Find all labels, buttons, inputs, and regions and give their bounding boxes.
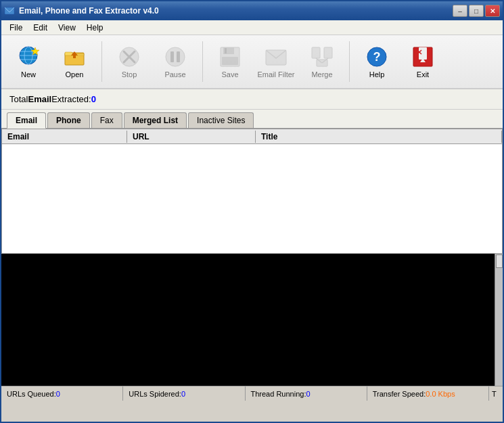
status-urls-spidered: URLs Spidered: 0: [123, 386, 245, 401]
menu-help[interactable]: Help: [81, 22, 109, 34]
log-scrollbar-thumb[interactable]: [496, 254, 503, 268]
svg-rect-18: [222, 57, 238, 65]
menu-view[interactable]: View: [53, 22, 81, 34]
separator-3: [349, 41, 350, 82]
open-button[interactable]: Open: [53, 38, 96, 85]
merge-label: Merge: [311, 70, 332, 79]
tab-inactivesites[interactable]: Inactive Sites: [188, 112, 254, 128]
tabs-container: Email Phone Fax Merged List Inactive Sit…: [1, 110, 503, 129]
log-scrollbar[interactable]: [495, 254, 503, 386]
table-body: [2, 144, 502, 253]
menu-bar: File Edit View Help: [1, 20, 503, 35]
stop-icon: [117, 45, 141, 69]
toolbar: New Open Stop: [1, 35, 503, 89]
open-label: Open: [66, 70, 84, 79]
pause-label: Pause: [164, 70, 185, 79]
save-label: Save: [221, 70, 238, 79]
help-icon: ?: [365, 45, 389, 69]
title-bar: Email, Phone and Fax Extractor v4.0 – □ …: [1, 1, 503, 20]
svg-point-12: [166, 47, 185, 66]
new-button[interactable]: New: [7, 38, 50, 85]
separator-2: [202, 41, 203, 82]
main-content: Email URL Title: [1, 129, 503, 254]
pause-button[interactable]: Pause: [154, 38, 197, 85]
status-suffix: Extracted:: [51, 94, 91, 104]
maximize-button[interactable]: □: [469, 5, 484, 17]
extra-label: T: [492, 390, 497, 398]
svg-rect-20: [312, 47, 320, 58]
new-icon: [16, 45, 41, 69]
help-label: Help: [369, 70, 385, 79]
save-button[interactable]: Save: [208, 38, 252, 85]
open-icon: [62, 45, 87, 69]
table-header: Email URL Title: [2, 129, 502, 144]
minimize-button[interactable]: –: [453, 5, 467, 17]
svg-rect-17: [225, 48, 227, 53]
merge-icon: [310, 45, 334, 69]
title-controls: – □ ✕: [453, 5, 500, 17]
save-icon: [218, 45, 242, 69]
separator-1: [101, 41, 102, 82]
transfer-speed-value: 0.0 Kbps: [426, 390, 455, 398]
svg-rect-13: [170, 51, 174, 62]
tab-email[interactable]: Email: [7, 112, 46, 129]
emailfilter-button[interactable]: Email Filter: [254, 38, 298, 85]
status-prefix: Total: [9, 94, 28, 104]
close-button[interactable]: ✕: [485, 5, 500, 17]
exit-label: Exit: [417, 70, 429, 79]
col-header-url: URL: [127, 131, 256, 143]
status-transfer-speed: Transfer Speed: 0.0 Kbps: [367, 386, 489, 401]
merge-button[interactable]: Merge: [300, 38, 344, 85]
stop-button[interactable]: Stop: [108, 38, 151, 85]
tab-fax[interactable]: Fax: [91, 112, 122, 128]
status-bold-email: Email: [28, 94, 51, 104]
transfer-speed-label: Transfer Speed:: [373, 390, 426, 398]
col-header-email: Email: [2, 131, 127, 143]
thread-running-value: 0: [306, 390, 310, 398]
urls-queued-value: 0: [56, 390, 60, 398]
status-extra: T: [489, 386, 503, 401]
tab-phone[interactable]: Phone: [47, 112, 90, 128]
svg-text:?: ?: [373, 50, 381, 64]
thread-running-label: Thread Running:: [251, 390, 306, 398]
stop-label: Stop: [122, 70, 137, 79]
exit-icon: [411, 45, 435, 69]
col-header-title: Title: [256, 131, 502, 143]
urls-queued-label: URLs Queued:: [7, 390, 56, 398]
urls-spidered-label: URLs Spidered:: [129, 390, 181, 398]
bottom-bar: URLs Queued: 0 URLs Spidered: 0 Thread R…: [1, 386, 503, 401]
tab-mergedlist[interactable]: Merged List: [124, 112, 187, 128]
new-label: New: [21, 70, 36, 79]
svg-rect-28: [419, 47, 427, 60]
title-text: Email, Phone and Fax Extractor v4.0: [19, 6, 159, 16]
exit-button[interactable]: Exit: [401, 38, 444, 85]
urls-spidered-value: 0: [181, 390, 185, 398]
status-strip: Total Email Extracted: 0: [1, 89, 503, 110]
status-count: 0: [91, 94, 96, 104]
menu-file[interactable]: File: [4, 22, 28, 34]
help-button[interactable]: ? Help: [355, 38, 398, 85]
svg-rect-14: [177, 51, 180, 62]
emailfilter-icon: [264, 45, 288, 69]
pause-icon: [163, 45, 187, 69]
svg-rect-21: [324, 47, 332, 58]
menu-edit[interactable]: Edit: [28, 22, 53, 34]
title-bar-left: Email, Phone and Fax Extractor v4.0: [4, 5, 159, 16]
status-urls-queued: URLs Queued: 0: [1, 386, 123, 401]
app-icon: [4, 5, 15, 16]
log-area: [1, 254, 503, 386]
status-thread-running: Thread Running: 0: [246, 386, 367, 401]
emailfilter-label: Email Filter: [257, 70, 294, 79]
